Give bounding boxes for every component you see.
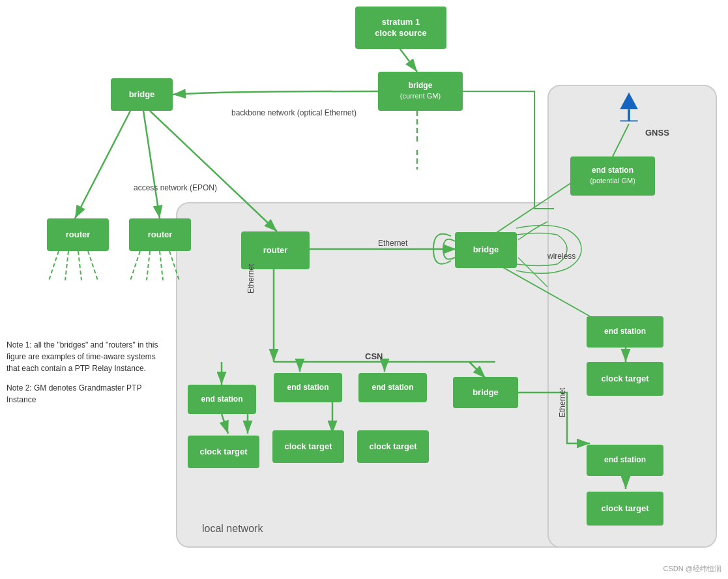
bridge-lower-box: bridge xyxy=(453,377,518,408)
bridge-wireless-box: bridge xyxy=(455,232,517,268)
clock-target-1-box: clock target xyxy=(272,430,344,463)
csn-label: CSN xyxy=(365,351,383,363)
watermark: CSDN @经纬恒润 xyxy=(663,564,721,574)
access-network-label: access network (EPON) xyxy=(134,183,217,194)
svg-marker-31 xyxy=(620,93,637,109)
bridge-top-left-label: bridge xyxy=(129,89,155,100)
gnss-antenna-icon xyxy=(616,91,642,124)
end-station-right1-box: end station xyxy=(587,316,663,348)
stratum-clock-label: stratum 1 clock source xyxy=(375,17,427,39)
bridge-current-gm-box: bridge(current GM) xyxy=(378,72,463,111)
svg-line-9 xyxy=(65,251,68,280)
end-station-left-lower-label: end station xyxy=(201,394,242,405)
router-left1-box: router xyxy=(47,218,109,251)
end-station-2-box: end station xyxy=(358,373,427,402)
clock-target-2-box: clock target xyxy=(357,430,429,463)
svg-line-14 xyxy=(160,251,163,280)
svg-rect-32 xyxy=(628,109,630,121)
end-station-1-box: end station xyxy=(274,373,342,402)
end-station-left-lower-box: end station xyxy=(188,385,256,414)
end-station-1-label: end station xyxy=(287,383,328,393)
svg-line-11 xyxy=(88,251,98,280)
note1-text: Note 1: all the "bridges" and "routers" … xyxy=(7,339,163,374)
end-station-right2-label: end station xyxy=(604,455,646,466)
svg-line-10 xyxy=(78,251,81,280)
end-station-2-label: end station xyxy=(371,383,413,393)
clock-target-left-lower-box: clock target xyxy=(188,436,259,468)
ethernet-lower-label: Ethernet xyxy=(557,388,568,417)
local-network-label: local network xyxy=(202,522,263,536)
end-station-right2-box: end station xyxy=(587,445,663,476)
bridge-top-left-box: bridge xyxy=(111,78,173,111)
router-center-label: router xyxy=(263,245,288,256)
svg-line-13 xyxy=(147,251,150,280)
note2-text: Note 2: GM denotes Grandmaster PTP Insta… xyxy=(7,382,163,406)
svg-line-8 xyxy=(49,251,59,280)
svg-line-12 xyxy=(130,251,140,280)
end-station-right1-label: end station xyxy=(604,327,646,337)
end-station-potential-gm-box: end station(potential GM) xyxy=(570,156,655,196)
router-left2-label: router xyxy=(148,230,173,241)
clock-target-right1-label: clock target xyxy=(602,374,649,385)
gnss-label: GNSS xyxy=(645,127,669,139)
notes-section: Note 1: all the "bridges" and "routers" … xyxy=(7,339,163,406)
svg-line-2 xyxy=(398,46,417,72)
router-left1-label: router xyxy=(66,230,91,241)
router-left2-box: router xyxy=(129,218,191,251)
backbone-network-label: backbone network (optical Ethernet) xyxy=(231,108,357,119)
bridge-lower-label: bridge xyxy=(473,387,499,398)
diagram-container: stratum 1 clock source bridge(current GM… xyxy=(0,0,728,579)
stratum-clock-source-box: stratum 1 clock source xyxy=(355,7,446,49)
clock-target-right1-box: clock target xyxy=(587,362,663,396)
bridge-wireless-label: bridge xyxy=(473,245,499,256)
clock-target-right2-box: clock target xyxy=(587,492,663,526)
svg-line-5 xyxy=(75,111,130,218)
bridge-current-gm-label: bridge(current GM) xyxy=(400,81,441,101)
clock-target-1-label: clock target xyxy=(285,441,332,453)
clock-target-left-lower-label: clock target xyxy=(200,447,248,458)
clock-target-2-label: clock target xyxy=(370,441,417,453)
wireless-label: wireless xyxy=(547,251,575,262)
clock-target-right2-label: clock target xyxy=(602,503,649,514)
end-station-gm-label: end station(potential GM) xyxy=(590,166,635,186)
ethernet-vertical-label: Ethernet xyxy=(246,264,257,293)
svg-line-6 xyxy=(143,111,160,218)
ethernet-right-label: Ethernet xyxy=(378,238,407,249)
